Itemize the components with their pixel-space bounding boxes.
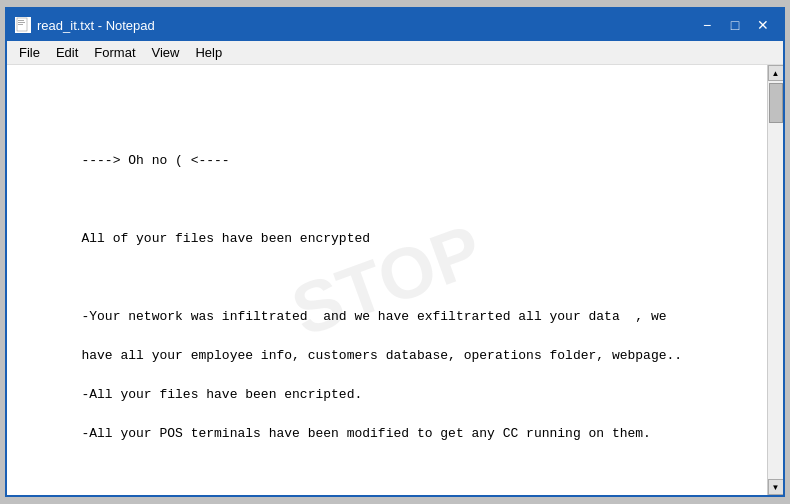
close-button[interactable]: ✕ bbox=[751, 15, 775, 35]
menu-view[interactable]: View bbox=[144, 43, 188, 62]
text-content: ----> Oh no ( <---- All of your files ha… bbox=[19, 132, 755, 496]
svg-rect-2 bbox=[18, 22, 25, 23]
app-icon bbox=[15, 17, 31, 33]
scrollbar-thumb[interactable] bbox=[769, 83, 783, 123]
minimize-button[interactable]: − bbox=[695, 15, 719, 35]
menu-help[interactable]: Help bbox=[187, 43, 230, 62]
maximize-button[interactable]: □ bbox=[723, 15, 747, 35]
title-bar: read_it.txt - Notepad − □ ✕ bbox=[7, 9, 783, 41]
content-area: STOP ----> Oh no ( <---- All of your fil… bbox=[7, 65, 783, 495]
window-title: read_it.txt - Notepad bbox=[37, 18, 155, 33]
text-line3: All of your files have been encrypted bbox=[81, 231, 370, 246]
svg-rect-3 bbox=[18, 24, 23, 25]
menu-edit[interactable]: Edit bbox=[48, 43, 86, 62]
text-line7: -All your files have been encripted. bbox=[81, 387, 362, 402]
title-bar-left: read_it.txt - Notepad bbox=[15, 17, 155, 33]
text-line5: -Your network was infiltrated and we hav… bbox=[81, 309, 666, 324]
text-editor[interactable]: STOP ----> Oh no ( <---- All of your fil… bbox=[7, 65, 767, 495]
svg-rect-1 bbox=[18, 20, 24, 21]
menu-file[interactable]: File bbox=[11, 43, 48, 62]
text-line8: -All your POS terminals have been modifi… bbox=[81, 426, 651, 441]
text-line1: ----> Oh no ( <---- bbox=[81, 153, 229, 168]
notepad-window: read_it.txt - Notepad − □ ✕ File Edit Fo… bbox=[5, 7, 785, 497]
title-bar-controls: − □ ✕ bbox=[695, 15, 775, 35]
scroll-up-button[interactable]: ▲ bbox=[768, 65, 784, 81]
menu-format[interactable]: Format bbox=[86, 43, 143, 62]
scroll-down-button[interactable]: ▼ bbox=[768, 479, 784, 495]
text-line6: have all your employee info, customers d… bbox=[81, 348, 682, 363]
vertical-scrollbar[interactable]: ▲ ▼ bbox=[767, 65, 783, 495]
menu-bar: File Edit Format View Help bbox=[7, 41, 783, 65]
scrollbar-track[interactable] bbox=[768, 81, 783, 479]
